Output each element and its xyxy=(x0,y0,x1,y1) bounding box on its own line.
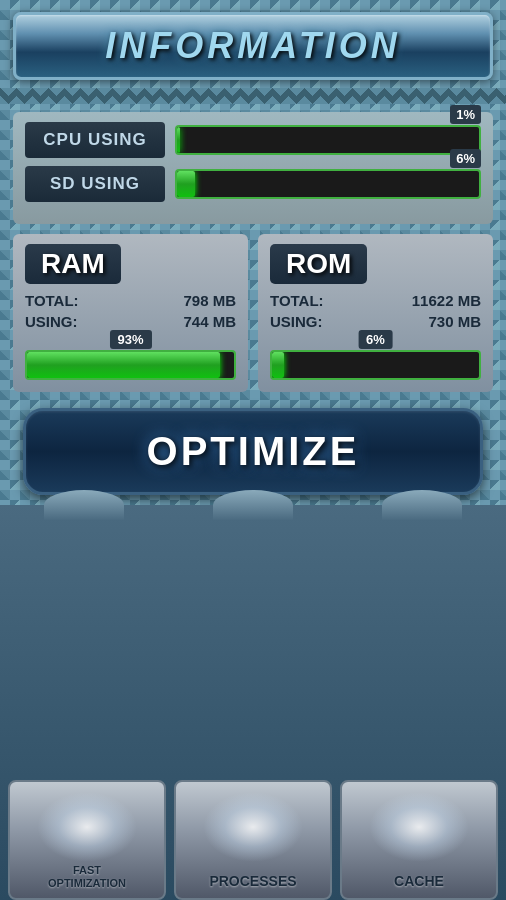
sd-percent-text: 6% xyxy=(450,149,481,168)
ram-total-label: TOTAL: xyxy=(25,292,79,309)
sd-row: SD USING 6% xyxy=(25,166,481,202)
rom-title: ROM xyxy=(270,244,367,284)
ram-using-value: 744 MB xyxy=(183,313,236,330)
sd-progress-fill xyxy=(177,171,195,197)
header: INFORMATION xyxy=(13,12,493,80)
main-container: INFORMATION CPU USING 1% SD USING 6% xyxy=(0,0,506,900)
header-title: INFORMATION xyxy=(105,25,400,66)
tab-glow-2 xyxy=(203,792,303,862)
cpu-percent-text: 1% xyxy=(450,105,481,124)
tab-glow-3 xyxy=(369,792,469,862)
ram-using-row: USING: 744 MB xyxy=(25,313,236,330)
ram-card: RAM TOTAL: 798 MB USING: 744 MB 93% xyxy=(13,234,248,392)
rom-progress-fill xyxy=(272,352,284,378)
bump-1 xyxy=(44,490,124,520)
rom-card: ROM TOTAL: 11622 MB USING: 730 MB 6% xyxy=(258,234,493,392)
sd-bar-container: 6% xyxy=(175,169,481,199)
rom-total-label: TOTAL: xyxy=(270,292,324,309)
info-section: CPU USING 1% SD USING 6% xyxy=(13,112,493,224)
cpu-progress-bg xyxy=(175,125,481,155)
tab-glow-1 xyxy=(37,792,137,862)
bottom-tabs: FASTOPTIMIZATION PROCESSES CACHE xyxy=(0,780,506,900)
ram-percent-text: 93% xyxy=(109,330,151,349)
ram-progress-fill xyxy=(27,352,220,378)
tab-processes[interactable]: PROCESSES xyxy=(174,780,332,900)
tab-fast-label: FASTOPTIMIZATION xyxy=(44,856,130,898)
optimize-label: OPTIMIZE xyxy=(147,429,360,473)
sd-label: SD USING xyxy=(25,166,165,202)
rom-percent-text: 6% xyxy=(358,330,393,349)
rom-total-row: TOTAL: 11622 MB xyxy=(270,292,481,309)
bump-2 xyxy=(213,490,293,520)
cpu-label: CPU USING xyxy=(25,122,165,158)
rom-using-value: 730 MB xyxy=(428,313,481,330)
ram-title: RAM xyxy=(25,244,121,284)
tab-fast-optimization[interactable]: FASTOPTIMIZATION xyxy=(8,780,166,900)
bottom-bumps xyxy=(0,490,506,520)
rom-using-label: USING: xyxy=(270,313,323,330)
rom-bar-wrap: 6% xyxy=(270,350,481,380)
ram-using-label: USING: xyxy=(25,313,78,330)
optimize-button[interactable]: OPTIMIZE xyxy=(23,408,483,495)
rom-progress-bg xyxy=(270,350,481,380)
cpu-progress-fill xyxy=(177,127,180,153)
ram-rom-section: RAM TOTAL: 798 MB USING: 744 MB 93% ROM … xyxy=(13,234,493,392)
ram-bar-wrap: 93% xyxy=(25,350,236,380)
cpu-bar-container: 1% xyxy=(175,125,481,155)
sd-progress-bg xyxy=(175,169,481,199)
rom-total-value: 11622 MB xyxy=(412,292,481,309)
bottom-nav: FASTOPTIMIZATION PROCESSES CACHE xyxy=(0,505,506,900)
tab-processes-label: PROCESSES xyxy=(205,865,300,898)
ram-progress-bg xyxy=(25,350,236,380)
rom-using-row: USING: 730 MB xyxy=(270,313,481,330)
ram-total-value: 798 MB xyxy=(183,292,236,309)
cpu-row: CPU USING 1% xyxy=(25,122,481,158)
tab-cache-label: CACHE xyxy=(390,865,448,898)
bump-3 xyxy=(382,490,462,520)
ram-total-row: TOTAL: 798 MB xyxy=(25,292,236,309)
tab-cache[interactable]: CACHE xyxy=(340,780,498,900)
zigzag-divider xyxy=(0,88,506,104)
